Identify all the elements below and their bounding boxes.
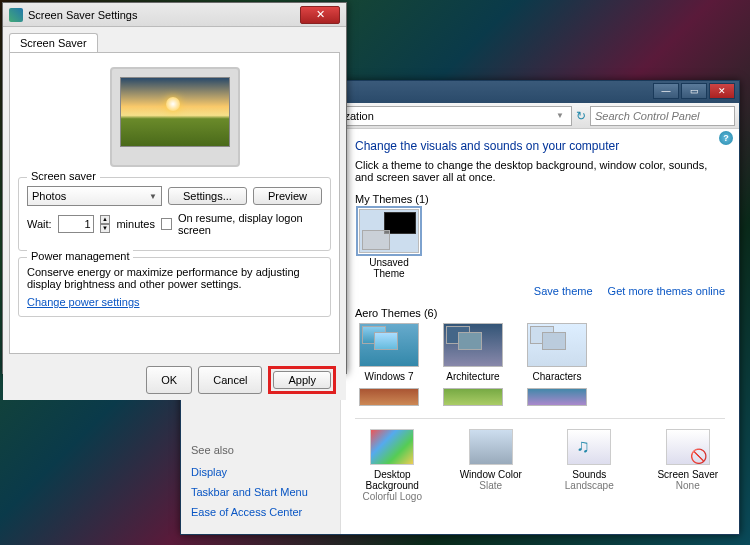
theme-name: Characters bbox=[523, 371, 591, 382]
theme-item-architecture[interactable]: Architecture bbox=[439, 323, 507, 382]
theme-thumb bbox=[359, 323, 419, 367]
sounds-icon: ♫ bbox=[567, 429, 611, 465]
sidebar-heading: See also bbox=[191, 444, 330, 456]
dialog-title: Screen Saver Settings bbox=[28, 9, 300, 21]
pm-desc: Conserve energy or maximize performance … bbox=[27, 266, 322, 290]
close-button[interactable]: ✕ bbox=[300, 6, 340, 24]
sidebar-link-ease[interactable]: Ease of Access Center bbox=[191, 506, 330, 518]
dialog-button-row: OK Cancel Apply bbox=[3, 360, 346, 400]
power-management-fieldset: Power management Conserve energy or maxi… bbox=[18, 257, 331, 317]
pm-legend: Power management bbox=[27, 250, 133, 262]
tab-screensaver[interactable]: Screen Saver bbox=[9, 33, 98, 52]
search-input[interactable] bbox=[590, 106, 735, 126]
sidebar-link-display[interactable]: Display bbox=[191, 466, 330, 478]
wait-input[interactable] bbox=[58, 215, 94, 233]
apply-button[interactable]: Apply bbox=[273, 371, 331, 389]
screensaver-app-icon bbox=[9, 8, 23, 22]
chevron-down-icon[interactable]: ▼ bbox=[556, 111, 564, 120]
settings-button[interactable]: Settings... bbox=[168, 187, 247, 205]
wait-label: Wait: bbox=[27, 218, 52, 230]
screensaver-settings-dialog: Screen Saver Settings ✕ Screen Saver Scr… bbox=[2, 2, 347, 374]
dialog-titlebar[interactable]: Screen Saver Settings ✕ bbox=[3, 3, 346, 27]
theme-name: Unsaved Theme bbox=[355, 257, 423, 279]
theme-item-windows7[interactable]: Windows 7 bbox=[355, 323, 423, 382]
desktop-bg-icon bbox=[370, 429, 414, 465]
theme-links: Save theme Get more themes online bbox=[355, 285, 725, 297]
close-button[interactable]: ✕ bbox=[709, 83, 735, 99]
screensaver-select[interactable]: Photos ▼ bbox=[27, 186, 162, 206]
refresh-icon[interactable]: ↻ bbox=[576, 109, 586, 123]
resume-label: On resume, display logon screen bbox=[178, 212, 322, 236]
window-color-icon bbox=[469, 429, 513, 465]
page-desc: Click a theme to change the desktop back… bbox=[355, 159, 725, 183]
theme-thumb bbox=[443, 323, 503, 367]
theme-item-characters[interactable]: Characters bbox=[523, 323, 591, 382]
resume-checkbox[interactable] bbox=[161, 218, 172, 230]
save-theme-link[interactable]: Save theme bbox=[534, 285, 593, 297]
screensaver-selected-value: Photos bbox=[32, 190, 66, 202]
preview-monitor bbox=[110, 67, 240, 167]
main-content: ? Change the visuals and sounds on your … bbox=[341, 129, 739, 534]
screensaver-fieldset: Screen saver Photos ▼ Settings... Previe… bbox=[18, 177, 331, 251]
my-themes-label: My Themes (1) bbox=[355, 193, 725, 205]
theme-name: Architecture bbox=[439, 371, 507, 382]
more-themes-link[interactable]: Get more themes online bbox=[608, 285, 725, 297]
chevron-down-icon: ▼ bbox=[149, 192, 157, 201]
tab-strip: Screen Saver bbox=[3, 27, 346, 52]
preview-screen bbox=[120, 77, 230, 147]
preview-button[interactable]: Preview bbox=[253, 187, 322, 205]
minimize-button[interactable]: — bbox=[653, 83, 679, 99]
screensaver-legend: Screen saver bbox=[27, 170, 100, 182]
theme-name: Windows 7 bbox=[355, 371, 423, 382]
screen-saver-link[interactable]: 🚫 Screen Saver None bbox=[651, 429, 726, 502]
minutes-label: minutes bbox=[116, 218, 155, 230]
tab-panel: Screen saver Photos ▼ Settings... Previe… bbox=[9, 52, 340, 354]
settings-row: Desktop Background Colorful Logo Window … bbox=[355, 418, 725, 502]
theme-thumb bbox=[359, 209, 419, 253]
cancel-button[interactable]: Cancel bbox=[198, 366, 262, 394]
help-icon[interactable]: ? bbox=[719, 131, 733, 145]
ok-button[interactable]: OK bbox=[146, 366, 192, 394]
theme-thumb bbox=[527, 323, 587, 367]
maximize-button[interactable]: ▭ bbox=[681, 83, 707, 99]
desktop-background-link[interactable]: Desktop Background Colorful Logo bbox=[355, 429, 430, 502]
change-power-settings-link[interactable]: Change power settings bbox=[27, 296, 140, 308]
wait-spinner[interactable]: ▲▼ bbox=[100, 215, 111, 233]
page-heading: Change the visuals and sounds on your co… bbox=[355, 139, 725, 153]
screensaver-icon: 🚫 bbox=[666, 429, 710, 465]
aero-themes-label: Aero Themes (6) bbox=[355, 307, 725, 319]
sidebar-link-taskbar[interactable]: Taskbar and Start Menu bbox=[191, 486, 330, 498]
sounds-link[interactable]: ♫ Sounds Landscape bbox=[552, 429, 627, 502]
apply-highlight: Apply bbox=[268, 366, 336, 394]
theme-item-unsaved[interactable]: Unsaved Theme bbox=[355, 209, 423, 279]
window-color-link[interactable]: Window Color Slate bbox=[454, 429, 529, 502]
